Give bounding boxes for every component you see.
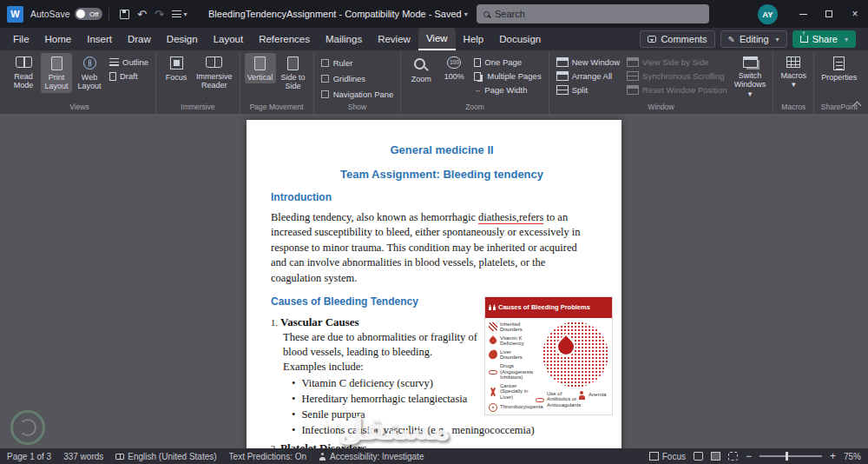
vertical-button[interactable]: Vertical xyxy=(245,53,276,83)
menu-tab-review[interactable]: Review xyxy=(370,28,418,50)
zoom-100-button[interactable]: 100100% xyxy=(438,53,470,83)
accessibility-label: Accessibility: Investigate xyxy=(330,452,424,461)
infographic-image[interactable]: Causes of Bleeding Problems Inherited Di… xyxy=(484,296,613,415)
document-title[interactable]: BleedingTendencyAssignment - Compatibili… xyxy=(208,0,468,28)
page-width-button[interactable]: ↔Page Width xyxy=(471,84,543,96)
avatar[interactable]: AY xyxy=(758,4,778,24)
zoom-in-button[interactable]: + xyxy=(830,451,836,461)
comments-label: Comments xyxy=(661,34,707,44)
side-to-side-button[interactable]: Side to Side xyxy=(278,53,309,93)
proofing-status[interactable]: English (United States) xyxy=(115,452,216,461)
menu-tab-layout[interactable]: Layout xyxy=(206,28,252,50)
immersive-reader-button[interactable]: Immersive Reader xyxy=(194,53,235,92)
vertical-label: Vertical xyxy=(247,73,273,82)
zoom-slider-thumb[interactable] xyxy=(786,452,788,461)
menu-tab-file[interactable]: File xyxy=(5,28,37,50)
statusbar-right: Focus − + 75% xyxy=(649,451,861,461)
print-layout-button[interactable]: Print Layout xyxy=(41,53,72,93)
properties-button[interactable]: Properties xyxy=(819,53,859,83)
autosave-control[interactable]: AutoSave Off xyxy=(30,8,102,20)
editing-mode-button[interactable]: ✎Editing▾ xyxy=(720,30,787,48)
share-button[interactable]: Share▾ xyxy=(792,30,856,48)
outline-label: Outline xyxy=(122,57,148,67)
list-item: Drugs (Angiogenesis Inhibitors) xyxy=(489,363,534,381)
zoom-button[interactable]: Zoom xyxy=(405,53,437,85)
cancer-icon xyxy=(489,388,497,396)
read-mode-view-button[interactable] xyxy=(694,452,703,461)
dotted-globe-graphic xyxy=(542,321,608,388)
one-page-button[interactable]: One Page xyxy=(471,56,543,68)
web-layout-view-button[interactable] xyxy=(728,452,738,461)
checkbox-icon xyxy=(321,90,329,98)
navigation-pane-checkbox[interactable]: Navigation Pane xyxy=(319,88,397,101)
autosave-toggle[interactable]: Off xyxy=(75,8,102,20)
close-button[interactable]: × xyxy=(842,0,868,28)
ruler-checkbox[interactable]: Ruler xyxy=(319,56,397,70)
zoom-percentage[interactable]: 75% xyxy=(844,452,861,461)
focus-button[interactable]: Focus xyxy=(161,53,192,83)
page-indicator[interactable]: Page 1 of 3 xyxy=(7,452,51,461)
accessibility-status[interactable]: Accessibility: Investigate xyxy=(319,452,424,461)
menu-tab-design[interactable]: Design xyxy=(159,28,206,50)
zoom-slider[interactable] xyxy=(760,455,822,457)
language-label: English (United States) xyxy=(128,452,216,461)
page-width-icon: ↔ xyxy=(474,86,481,94)
properties-icon xyxy=(833,56,845,70)
menu-tab-draw[interactable]: Draw xyxy=(120,28,159,50)
window-group-label: Window xyxy=(554,101,769,114)
synchronous-scrolling-label: Synchronous Scrolling xyxy=(642,71,725,81)
switch-windows-button[interactable]: Switch Windows ▾ xyxy=(732,53,769,100)
web-layout-button[interactable]: Web Layout xyxy=(74,53,105,93)
share-label: Share xyxy=(812,34,838,44)
draft-button[interactable]: Draft xyxy=(107,70,151,82)
redo-icon: ↷ xyxy=(151,8,168,21)
people-icon xyxy=(489,304,496,310)
menu-tab-view[interactable]: View xyxy=(418,28,456,50)
new-window-button[interactable]: New Window xyxy=(554,56,622,68)
switch-windows-icon xyxy=(743,56,758,68)
split-button[interactable]: Split xyxy=(554,84,622,96)
focus-mode-button[interactable]: Focus xyxy=(649,452,686,461)
view-side-by-side-button: View Side by Side xyxy=(624,56,730,68)
web-layout-icon xyxy=(83,56,96,70)
multiple-pages-button[interactable]: Multiple Pages xyxy=(471,70,543,82)
zoom-out-button[interactable]: − xyxy=(746,451,752,461)
menu-tab-mailings[interactable]: Mailings xyxy=(318,28,370,50)
undo-icon[interactable]: ↶ xyxy=(134,8,151,21)
thrombocytopenia-icon xyxy=(489,403,497,412)
focus-label: Focus xyxy=(662,452,686,461)
zoom-label: Zoom xyxy=(411,75,431,83)
read-mode-button[interactable]: Read Mode xyxy=(8,53,39,92)
word-count[interactable]: 337 words xyxy=(63,452,103,461)
outline-button[interactable]: Outline xyxy=(107,56,151,68)
arrange-all-button[interactable]: Arrange All xyxy=(554,70,622,82)
focus-icon xyxy=(649,452,659,461)
macros-button[interactable]: Macros ▾ xyxy=(778,53,809,91)
text-predictions[interactable]: Text Predictions: On xyxy=(229,452,306,461)
comments-button[interactable]: Comments xyxy=(640,30,714,48)
gridlines-checkbox[interactable]: Gridlines xyxy=(319,72,397,85)
minimize-button[interactable] xyxy=(790,0,816,28)
search-box[interactable] xyxy=(477,4,709,23)
print-layout-view-button[interactable] xyxy=(711,452,720,461)
chevron-down-icon[interactable]: ▾ xyxy=(184,10,187,18)
menu-tab-references[interactable]: References xyxy=(251,28,318,50)
menu-tab-docusign[interactable]: Docusign xyxy=(491,28,549,50)
switch-windows-label: Switch Windows ▾ xyxy=(734,71,766,98)
immersive-group-label: Immersive xyxy=(161,101,235,114)
list-item: Thrombocytopenia xyxy=(489,403,534,412)
quick-access-menu-icon[interactable] xyxy=(172,10,181,18)
menu-tab-home[interactable]: Home xyxy=(37,28,80,50)
maximize-button[interactable] xyxy=(816,0,842,28)
document-canvas[interactable]: General medicine II Team Assignment: Ble… xyxy=(0,114,868,448)
chevron-down-icon[interactable]: ▾ xyxy=(464,10,468,18)
immersive-reader-label: Immersive Reader xyxy=(196,72,233,90)
search-input[interactable] xyxy=(495,9,702,19)
document-page[interactable]: General medicine II Team Assignment: Ble… xyxy=(247,120,621,448)
one-page-label: One Page xyxy=(484,57,522,67)
save-icon[interactable] xyxy=(120,10,129,19)
word-logo-icon[interactable]: W xyxy=(7,6,23,23)
zoom-group-label: Zoom xyxy=(405,101,543,114)
menu-tab-help[interactable]: Help xyxy=(456,28,492,50)
menu-tab-insert[interactable]: Insert xyxy=(79,28,120,50)
